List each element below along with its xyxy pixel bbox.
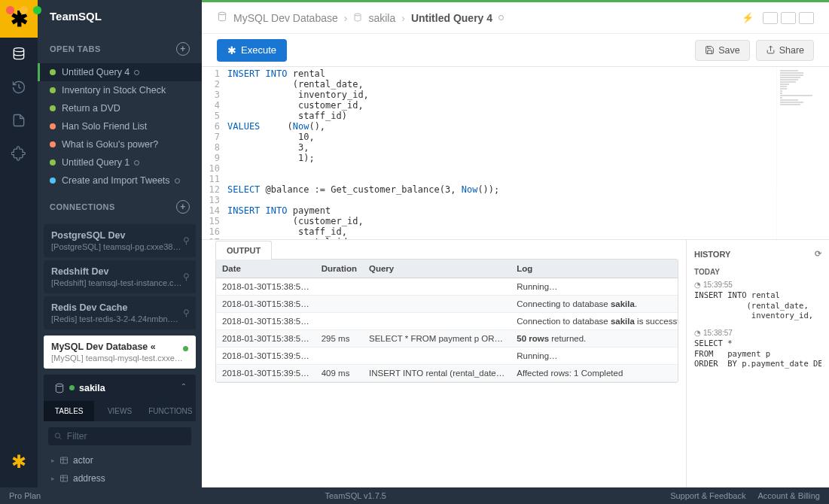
star-icon[interactable]: ✱ xyxy=(11,444,26,487)
support-link[interactable]: Support & Feedback xyxy=(670,491,745,500)
connection-name: Redshift Dev xyxy=(51,266,188,277)
database-icon[interactable] xyxy=(0,38,38,71)
connection-sub: [Redis] test-redis-3-2-4.24nmbn.… xyxy=(51,314,188,323)
save-button[interactable]: Save xyxy=(695,40,750,61)
output-row[interactable]: 2018-01-30T15:39:5…409 msINSERT INTO ren… xyxy=(216,365,678,382)
editor[interactable]: 1234567891011121314151617 INSERT INTO re… xyxy=(202,67,829,240)
sidebar-tab[interactable]: What is Goku's power? xyxy=(38,135,202,153)
output-tab[interactable]: OUTPUT xyxy=(215,241,272,260)
column-header[interactable]: Date xyxy=(216,260,315,278)
layout-1-button[interactable] xyxy=(763,12,778,24)
share-icon xyxy=(766,45,776,55)
plug-icon: ⚲ xyxy=(183,272,190,282)
plug-icon[interactable]: ⚡ xyxy=(742,12,754,23)
save-icon xyxy=(705,45,715,55)
status-dot xyxy=(50,123,56,129)
account-link[interactable]: Account & Billing xyxy=(757,491,820,500)
connection-card[interactable]: PostgreSQL Dev[PostgreSQL] teamsql-pg.cx… xyxy=(44,224,196,257)
column-header[interactable]: Log xyxy=(511,260,678,278)
file-icon[interactable] xyxy=(0,104,38,137)
status-bar: Pro Plan TeamSQL v1.7.5 Support & Feedba… xyxy=(0,487,829,504)
svg-point-1 xyxy=(56,384,62,387)
version-label: TeamSQL v1.7.5 xyxy=(325,491,386,500)
chevron-right-icon: ▸ xyxy=(51,457,55,464)
breadcrumb: MySQL Dev Database › sakila › Untitled Q… xyxy=(217,11,504,24)
layout-2-button[interactable] xyxy=(781,12,796,24)
tab-label: Untitled Query 4 xyxy=(62,67,130,77)
filter-input[interactable] xyxy=(67,431,185,442)
table-item[interactable]: ▸actor xyxy=(38,451,202,469)
connection-card[interactable]: Redis Dev Cache[Redis] test-redis-3-2-4.… xyxy=(44,296,196,329)
breadcrumb-schema[interactable]: sakila xyxy=(368,12,395,24)
output-row[interactable]: 2018-01-30T15:39:5…Running… xyxy=(216,348,678,365)
output-row[interactable]: 2018-01-30T15:38:5…Connection to databas… xyxy=(216,313,678,330)
history-sql: INSERT INTO rental (rental_date, invento… xyxy=(694,290,821,321)
history-item[interactable]: ◔15:39:55INSERT INTO rental (rental_date… xyxy=(694,281,821,321)
maximize-window[interactable] xyxy=(33,6,41,14)
output-row[interactable]: 2018-01-30T15:38:5…Running… xyxy=(216,278,678,296)
sidebar-tab[interactable]: Han Solo Friend List xyxy=(38,117,202,135)
plan-label[interactable]: Pro Plan xyxy=(9,491,41,500)
database-row[interactable]: sakila ˆ xyxy=(44,375,196,401)
window-controls[interactable] xyxy=(6,6,41,14)
code-area[interactable]: INSERT INTO rental (rental_date, invento… xyxy=(224,67,776,239)
clock-icon: ◔ xyxy=(694,281,701,289)
database-name: sakila xyxy=(79,383,105,393)
status-dot xyxy=(50,178,56,184)
chevron-right-icon: › xyxy=(344,12,348,24)
minimize-window[interactable] xyxy=(20,6,28,14)
star-icon: ✱ xyxy=(227,44,236,56)
obj-tab[interactable]: FUNCTIONS xyxy=(145,401,196,421)
line-gutter: 1234567891011121314151617 xyxy=(202,67,224,239)
tab-label: Han Solo Friend List xyxy=(62,121,147,132)
svg-point-6 xyxy=(355,14,361,16)
status-dot xyxy=(50,141,56,147)
table-icon xyxy=(59,474,69,483)
toolbar: ✱ Execute Save Share xyxy=(202,34,829,67)
connection-sub: [Redshift] teamsql-test-instance.c… xyxy=(51,278,188,287)
unsaved-indicator xyxy=(175,178,180,184)
connections-label: CONNECTIONS xyxy=(50,202,115,211)
connection-card[interactable]: Redshift Dev[Redshift] teamsql-test-inst… xyxy=(44,260,196,293)
layout-3-button[interactable] xyxy=(799,12,814,24)
breadcrumb-db[interactable]: MySQL Dev Database xyxy=(233,12,338,24)
open-tabs-label: OPEN TABS xyxy=(50,44,101,53)
history-icon[interactable] xyxy=(0,71,38,104)
plug-icon: ⚲ xyxy=(183,308,190,318)
search-icon xyxy=(54,432,62,441)
history-day: TODAY xyxy=(694,268,821,276)
extensions-icon[interactable] xyxy=(0,137,38,170)
close-window[interactable] xyxy=(6,6,14,14)
sidebar-tab[interactable]: Untitled Query 4 xyxy=(38,63,202,81)
chevron-up-icon: ˆ xyxy=(182,382,185,393)
obj-tab[interactable]: VIEWS xyxy=(94,401,145,421)
sidebar-tab[interactable]: Inventory in Stock Check xyxy=(38,81,202,99)
obj-tab[interactable]: TABLES xyxy=(44,401,94,421)
sidebar-tab[interactable]: Return a DVD xyxy=(38,99,202,117)
connection-sub: [PostgreSQL] teamsql-pg.cxxe38… xyxy=(51,242,188,251)
column-header[interactable]: Duration xyxy=(315,260,363,278)
sidebar: TeamSQL OPEN TABS + Untitled Query 4Inve… xyxy=(38,0,202,487)
history-item[interactable]: ◔15:38:57SELECT * FROM payment p ORDER B… xyxy=(694,329,821,369)
add-connection-button[interactable]: + xyxy=(176,200,190,214)
output-row[interactable]: 2018-01-30T15:38:5…Connecting to databas… xyxy=(216,296,678,313)
column-header[interactable]: Query xyxy=(363,260,511,278)
unsaved-indicator xyxy=(134,70,139,75)
connection-active[interactable]: MySQL Dev Database « [MySQL] teamsql-mys… xyxy=(44,335,196,369)
execute-button[interactable]: ✱ Execute xyxy=(217,39,287,62)
unsaved-indicator xyxy=(498,15,504,20)
connection-name: MySQL Dev Database « xyxy=(51,342,188,352)
output-row[interactable]: 2018-01-30T15:38:5…295 msSELECT * FROM p… xyxy=(216,330,678,348)
tab-label: Return a DVD xyxy=(62,103,120,114)
db-icon xyxy=(353,12,362,24)
table-item[interactable]: ▸address xyxy=(38,469,202,487)
refresh-icon[interactable]: ⟳ xyxy=(815,249,821,259)
sidebar-tab[interactable]: Create and Import Tweets xyxy=(38,172,202,190)
add-tab-button[interactable]: + xyxy=(176,42,190,56)
minimap[interactable] xyxy=(776,67,829,239)
filter-input-container[interactable] xyxy=(48,427,191,445)
svg-point-5 xyxy=(218,12,225,15)
sidebar-tab[interactable]: Untitled Query 1 xyxy=(38,153,202,172)
status-dot xyxy=(50,87,56,93)
share-button[interactable]: Share xyxy=(756,40,814,61)
